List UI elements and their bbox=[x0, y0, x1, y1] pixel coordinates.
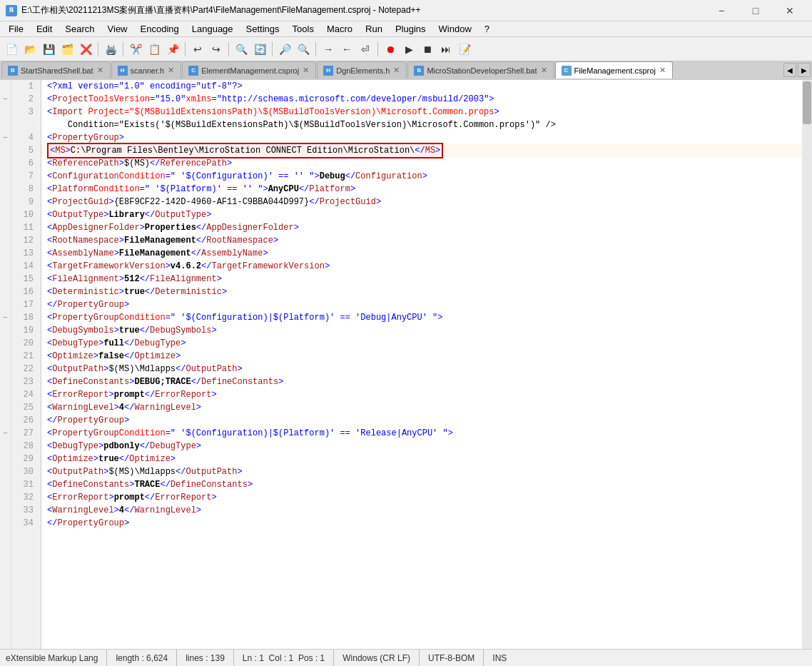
menu-item-view[interactable]: View bbox=[102, 22, 133, 36]
tab-scroll-right[interactable]: ▶ bbox=[798, 63, 811, 77]
code-line-6[interactable]: <ReferencePath>$(MS)</ReferencePath> bbox=[41, 157, 802, 170]
code-line-5[interactable]: <MS>C:\Program Files\Bentley\MicroStatio… bbox=[41, 144, 802, 157]
tab-microstationdevelopershell[interactable]: B MicroStationDeveloperShell.bat ✕ bbox=[407, 61, 554, 79]
code-line-25[interactable]: <WarningLevel>4</WarningLevel> bbox=[41, 401, 802, 414]
code-line-18[interactable]: <PropertyGroup Condition=" '$(Configurat… bbox=[41, 311, 802, 324]
save-all-button[interactable]: 🗂️ bbox=[59, 41, 76, 58]
code-line-7[interactable]: <Configuration Condition=" '$(Configurat… bbox=[41, 170, 802, 183]
tab-dgnelementsh[interactable]: H DgnElements.h ✕ bbox=[317, 61, 407, 79]
maximize-button[interactable]: □ bbox=[739, 0, 772, 21]
close-button[interactable]: ✕ bbox=[773, 0, 806, 21]
code-line-31[interactable]: <DefineConstants>TRACE</DefineConstants> bbox=[41, 478, 802, 491]
run-macro-button[interactable]: ⏭ bbox=[437, 41, 455, 58]
code-line-13[interactable]: <AssemblyName>FileManagement</AssemblyNa… bbox=[41, 247, 802, 260]
menu-item-file[interactable]: File bbox=[3, 22, 29, 36]
minimize-button[interactable]: − bbox=[705, 0, 738, 21]
print-button[interactable]: 🖨️ bbox=[102, 41, 119, 58]
code-line-10[interactable]: <OutputType>Library</OutputType> bbox=[41, 208, 802, 221]
tab-scroll-left[interactable]: ◀ bbox=[783, 63, 796, 77]
tab-close-startsharedshell[interactable]: ✕ bbox=[96, 66, 104, 75]
code-line-34[interactable]: </PropertyGroup> bbox=[41, 517, 802, 530]
status-language: eXtensible Markup Lang bbox=[6, 650, 107, 666]
code-line-32[interactable]: <ErrorReport>prompt</ErrorReport> bbox=[41, 491, 802, 504]
editor-scrollbar[interactable] bbox=[802, 80, 812, 649]
code-line-11[interactable]: <AppDesignerFolder>Properties</AppDesign… bbox=[41, 221, 802, 234]
menu-item-window[interactable]: Window bbox=[433, 22, 477, 36]
code-line-33[interactable]: <WarningLevel>4</WarningLevel> bbox=[41, 504, 802, 517]
wordwrap-button[interactable]: ⏎ bbox=[357, 41, 374, 58]
code-line-15[interactable]: <FileAlignment>512</FileAlignment> bbox=[41, 273, 802, 286]
redo-button[interactable]: ↪ bbox=[208, 41, 225, 58]
open-button[interactable]: 📂 bbox=[21, 41, 39, 58]
paste-button[interactable]: 📌 bbox=[164, 41, 181, 58]
tab-close-scannerh[interactable]: ✕ bbox=[167, 66, 175, 75]
code-line-27[interactable]: <PropertyGroup Condition=" '$(Configurat… bbox=[41, 427, 802, 440]
fold-marker-3 bbox=[0, 118, 11, 131]
menu-item-settings[interactable]: Settings bbox=[240, 22, 285, 36]
code-line-24[interactable]: <ErrorReport>prompt</ErrorReport> bbox=[41, 388, 802, 401]
undo-button[interactable]: ↩ bbox=[189, 41, 206, 58]
fold-marker-1[interactable]: − bbox=[0, 93, 11, 106]
code-line-1[interactable]: <Project ToolsVersion="15.0" xmlns="http… bbox=[41, 93, 802, 106]
play-button[interactable]: ▶ bbox=[400, 41, 417, 58]
stop-button[interactable]: ⏹ bbox=[419, 41, 436, 58]
code-line-29[interactable]: <Optimize>true</Optimize> bbox=[41, 453, 802, 465]
menu-item-tools[interactable]: Tools bbox=[287, 22, 320, 36]
code-line-20[interactable]: <DebugType>full</DebugType> bbox=[41, 337, 802, 350]
fold-marker-27[interactable]: − bbox=[0, 427, 11, 440]
code-line-12[interactable]: <RootNamespace>FileManagement</RootNames… bbox=[41, 234, 802, 247]
replace-button[interactable]: 🔄 bbox=[251, 41, 268, 58]
code-line-28[interactable]: <DebugType>pdbonly</DebugType> bbox=[41, 440, 802, 453]
code-line-17[interactable]: </PropertyGroup> bbox=[41, 298, 802, 311]
code-line-2[interactable]: <Import Project="$(MSBuildExtensionsPath… bbox=[41, 106, 802, 118]
tab-close-dgnelementsh[interactable]: ✕ bbox=[392, 66, 400, 75]
find-button[interactable]: 🔍 bbox=[233, 41, 250, 58]
code-line-3[interactable]: Condition="Exists('$(MSBuildExtensionsPa… bbox=[41, 118, 802, 131]
tab-startsharedshell[interactable]: B StartSharedShell.bat ✕ bbox=[1, 61, 111, 79]
macro-list-button[interactable]: 📝 bbox=[456, 41, 473, 58]
zoom-in-button[interactable]: 🔎 bbox=[276, 41, 293, 58]
code-line-30[interactable]: <OutputPath>$(MS)\Mdlapps</OutputPath> bbox=[41, 465, 802, 478]
menu-item-edit[interactable]: Edit bbox=[31, 22, 58, 36]
code-editor[interactable]: <?xml version="1.0" encoding="utf-8"?><P… bbox=[41, 80, 802, 649]
record-button[interactable]: ⏺ bbox=[382, 41, 399, 58]
zoom-out-button[interactable]: 🔍 bbox=[295, 41, 312, 58]
code-line-0[interactable]: <?xml version="1.0" encoding="utf-8"?> bbox=[41, 80, 802, 93]
menu-item-run[interactable]: Run bbox=[360, 22, 388, 36]
outdent-button[interactable]: ← bbox=[338, 41, 355, 58]
toolbar-sep-1 bbox=[98, 42, 98, 56]
code-line-23[interactable]: <DefineConstants>DEBUG;TRACE</DefineCons… bbox=[41, 375, 802, 388]
tab-close-microstationdevelopershell[interactable]: ✕ bbox=[540, 66, 548, 75]
fold-marker-4[interactable]: − bbox=[0, 131, 11, 144]
menu-item-encoding[interactable]: Encoding bbox=[135, 22, 185, 36]
tab-scannerh[interactable]: H scanner.h ✕ bbox=[111, 61, 182, 79]
new-button[interactable]: 📄 bbox=[3, 41, 20, 58]
tab-filemanagement[interactable]: C FileManagement.csproj ✕ bbox=[555, 61, 673, 79]
menu-item-macro[interactable]: Macro bbox=[321, 22, 358, 36]
code-line-14[interactable]: <TargetFrameworkVersion>v4.6.2</TargetFr… bbox=[41, 260, 802, 273]
fold-marker-0 bbox=[0, 80, 11, 93]
close-button-tb[interactable]: ❌ bbox=[77, 41, 94, 58]
menu-item-plugins[interactable]: Plugins bbox=[390, 22, 432, 36]
menu-item-language[interactable]: Language bbox=[186, 22, 239, 36]
scrollbar-thumb[interactable] bbox=[803, 81, 811, 124]
copy-button[interactable]: 📋 bbox=[146, 41, 163, 58]
code-line-26[interactable]: </PropertyGroup> bbox=[41, 414, 802, 427]
save-button[interactable]: 💾 bbox=[40, 41, 57, 58]
tab-close-elementmanagement[interactable]: ✕ bbox=[302, 66, 310, 75]
code-line-19[interactable]: <DebugSymbols>true</DebugSymbols> bbox=[41, 324, 802, 337]
code-line-16[interactable]: <Deterministic>true</Deterministic> bbox=[41, 286, 802, 298]
cut-button[interactable]: ✂️ bbox=[127, 41, 144, 58]
indent-button[interactable]: → bbox=[320, 41, 337, 58]
menu-item-search[interactable]: Search bbox=[59, 22, 100, 36]
fold-marker-29 bbox=[0, 453, 11, 465]
tab-close-filemanagement[interactable]: ✕ bbox=[659, 66, 666, 75]
code-line-21[interactable]: <Optimize>false</Optimize> bbox=[41, 350, 802, 363]
line-number-7: 7 bbox=[11, 170, 38, 183]
code-line-8[interactable]: <Platform Condition=" '$(Platform)' == '… bbox=[41, 183, 802, 196]
code-line-22[interactable]: <OutputPath>$(MS)\Mdlapps</OutputPath> bbox=[41, 363, 802, 375]
menu-item-?[interactable]: ? bbox=[479, 22, 495, 36]
code-line-9[interactable]: <ProjectGuid>{E8F9CF22-142D-4960-AF11-C9… bbox=[41, 196, 802, 208]
tab-elementmanagement[interactable]: C ElementManagement.csproj ✕ bbox=[182, 61, 316, 79]
fold-marker-18[interactable]: − bbox=[0, 311, 11, 324]
